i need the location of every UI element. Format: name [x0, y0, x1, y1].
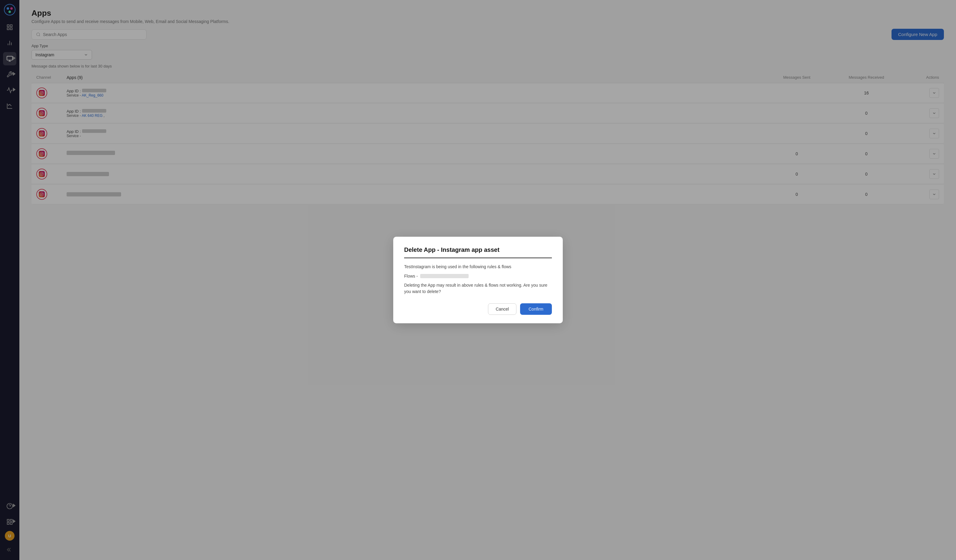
modal-body: TestInstagram is being used in the follo…	[404, 264, 552, 295]
flows-label: Flows -	[404, 274, 418, 278]
modal-title: Delete App - Instagram app asset	[404, 246, 552, 258]
confirm-button[interactable]: Confirm	[520, 303, 552, 315]
cancel-button[interactable]: Cancel	[488, 303, 516, 315]
modal-warning-text: Deleting the App may result in above rul…	[404, 282, 552, 295]
modal-flows-row: Flows -	[404, 274, 552, 278]
modal-actions: Cancel Confirm	[404, 303, 552, 315]
modal-body-text: TestInstagram is being used in the follo…	[404, 264, 552, 270]
flows-value-blurred	[420, 274, 469, 278]
modal-overlay: Delete App - Instagram app asset TestIns…	[0, 0, 956, 560]
delete-app-modal: Delete App - Instagram app asset TestIns…	[393, 237, 563, 323]
